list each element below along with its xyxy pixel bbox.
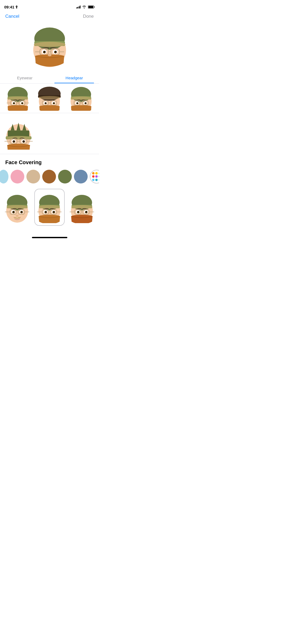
color-swatch-brown[interactable] [42, 170, 56, 183]
svg-point-91 [13, 211, 15, 212]
svg-point-97 [39, 205, 60, 209]
svg-point-105 [45, 211, 47, 213]
headgear-emoji-2 [36, 86, 63, 111]
svg-point-45 [45, 103, 46, 103]
color-swatch-multicolor[interactable] [90, 170, 99, 183]
variant-emoji-2 [35, 191, 64, 223]
home-bar [32, 237, 67, 238]
tab-eyewear[interactable]: Eyewear [0, 72, 50, 83]
svg-point-106 [53, 211, 55, 213]
svg-point-17 [55, 51, 56, 52]
svg-point-121 [77, 211, 79, 213]
headgear-grid-row1 [0, 84, 99, 113]
headgear-option-2[interactable] [34, 84, 65, 113]
svg-point-81 [7, 205, 28, 209]
svg-point-66 [6, 136, 31, 140]
variant-emoji-1 [3, 191, 32, 223]
svg-point-18 [48, 54, 51, 56]
headgear-emoji-4 [2, 115, 35, 150]
svg-point-22 [7, 96, 28, 100]
cancel-button[interactable]: Cancel [5, 14, 19, 19]
svg-point-14 [43, 51, 46, 53]
color-swatch-steel-blue[interactable] [74, 170, 88, 183]
status-time: 09:41 [4, 5, 18, 9]
tab-headgear[interactable]: Headgear [50, 72, 99, 83]
svg-point-33 [22, 103, 23, 103]
memoji-preview [0, 22, 99, 72]
headgear-emoji-3 [67, 86, 95, 111]
svg-point-90 [20, 211, 23, 213]
home-indicator [0, 234, 99, 240]
headgear-option-1[interactable] [2, 84, 34, 113]
svg-point-37 [38, 96, 60, 99]
color-swatch-blue[interactable] [0, 170, 8, 183]
svg-point-123 [78, 211, 79, 212]
variant-no-mask[interactable] [2, 189, 32, 226]
headgear-grid-row2 [0, 113, 99, 154]
svg-point-46 [54, 103, 55, 103]
time-display: 09:41 [4, 5, 14, 9]
headgear-option-4[interactable] [2, 113, 35, 152]
svg-point-74 [13, 140, 15, 143]
svg-point-93 [16, 215, 19, 217]
svg-point-50 [70, 96, 92, 100]
variant-alt-mask[interactable] [67, 189, 97, 226]
color-swatch-pink[interactable] [11, 170, 24, 183]
status-bar: 09:41 [0, 0, 99, 12]
svg-marker-0 [15, 5, 18, 8]
nav-bar: Cancel Done [0, 12, 99, 22]
status-icons [76, 5, 95, 9]
battery-icon [88, 5, 95, 9]
face-covering-section: Face Covering [0, 154, 99, 226]
svg-point-124 [86, 211, 87, 212]
svg-point-16 [44, 51, 45, 52]
variants-grid [0, 189, 99, 226]
color-swatch-tan[interactable] [26, 170, 40, 183]
color-swatches [0, 170, 99, 189]
svg-point-59 [85, 103, 86, 103]
done-button[interactable]: Done [83, 14, 94, 19]
tab-bar: Eyewear Headgear [0, 72, 99, 84]
color-swatch-olive[interactable] [58, 170, 72, 183]
variant-orange-mask[interactable] [34, 189, 64, 226]
face-covering-title: Face Covering [0, 154, 99, 170]
svg-point-76 [14, 141, 15, 142]
variant-emoji-3 [67, 191, 96, 223]
svg-point-107 [46, 211, 47, 212]
svg-point-108 [54, 211, 55, 212]
wifi-icon [82, 5, 86, 8]
headgear-option-3[interactable] [65, 84, 97, 113]
location-icon [15, 5, 18, 8]
svg-point-92 [22, 211, 23, 212]
svg-rect-2 [88, 6, 93, 8]
memoji-main [30, 25, 69, 67]
headgear-emoji-1 [4, 86, 32, 111]
svg-point-6 [34, 42, 65, 47]
svg-point-89 [12, 211, 15, 213]
svg-point-122 [85, 211, 87, 213]
svg-point-75 [22, 140, 25, 143]
svg-point-15 [54, 51, 57, 53]
svg-point-32 [14, 103, 15, 103]
signal-icon [76, 5, 81, 8]
svg-point-77 [24, 141, 25, 142]
svg-point-113 [71, 205, 92, 209]
svg-point-58 [77, 103, 78, 103]
